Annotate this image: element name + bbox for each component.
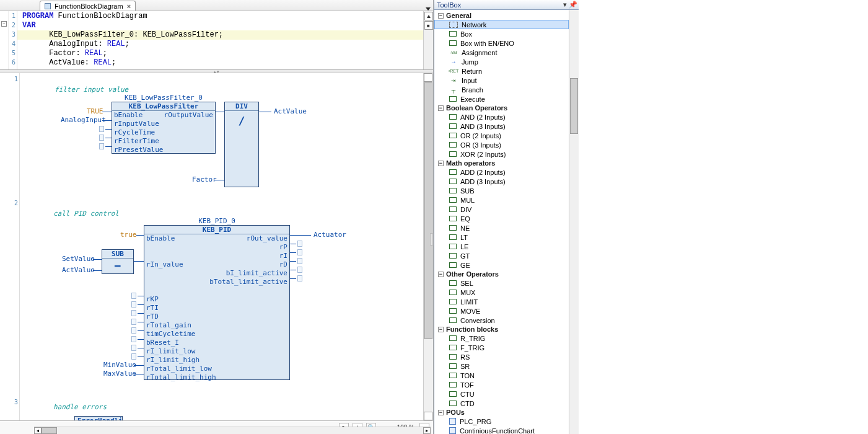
tbi-execute[interactable]: Execute [434, 94, 569, 104]
outer-hscroll[interactable]: ◂ ▸ [34, 427, 431, 434]
tbi-box[interactable]: Box [434, 29, 569, 38]
tbi-jump[interactable]: Jump [434, 57, 569, 66]
scroll-thumb[interactable] [424, 82, 432, 339]
instance-name[interactable]: KEB_PID_0 [144, 217, 290, 225]
tbi-mul[interactable]: MUL [434, 195, 569, 205]
decl-scroll[interactable] [423, 11, 433, 69]
div-operator-icon: / [224, 114, 259, 127]
tbi-or3[interactable]: OR (3 Inputs) [434, 140, 569, 149]
tbi-ge[interactable]: GE [434, 260, 569, 270]
var-actvalue[interactable]: ActValue [62, 266, 95, 274]
fb-icon [449, 354, 457, 360]
fbd-editor[interactable]: 1 2 3 filter input value KEB_LowPassFilt… [0, 73, 433, 434]
tbi-add3[interactable]: ADD (3 Inputs) [434, 177, 569, 186]
return-icon [449, 68, 458, 74]
network-comment[interactable]: filter input value [55, 86, 128, 94]
fold-gutter: − [0, 11, 9, 69]
drag-handle[interactable] [430, 233, 433, 246]
scroll-up-icon[interactable] [424, 73, 432, 82]
op-icon [449, 179, 457, 184]
code-text[interactable]: PROGRAM FunctionBlockDiagram VAR KEB_Low… [17, 11, 423, 69]
tbi-gt[interactable]: GT [434, 251, 569, 260]
tbi-move[interactable]: MOVE [434, 306, 569, 316]
scroll-left-icon[interactable]: ◂ [34, 427, 42, 434]
tbi-ctu[interactable]: CTU [434, 389, 569, 399]
block-pid[interactable]: KEB_PID bEnable rIn_value rKP rTI rTD rT… [144, 225, 290, 380]
tab-functionblockdiagram[interactable]: FunctionBlockDiagram × [40, 1, 136, 11]
var-actuator[interactable]: Actuator [313, 231, 346, 239]
pou-icon [449, 418, 456, 425]
scroll-right-icon[interactable]: ▸ [423, 427, 431, 434]
tbi-box-en[interactable]: Box with EN/ENO [434, 38, 569, 48]
op-icon [449, 280, 457, 286]
tbi-eq[interactable]: EQ [434, 214, 569, 223]
cat-other[interactable]: −Other Operators [434, 270, 569, 278]
tbi-conversion[interactable]: Conversion [434, 316, 569, 325]
tbi-ctd[interactable]: CTD [434, 399, 569, 408]
var-analoginput[interactable]: AnalogInput [61, 116, 106, 124]
scroll-down-icon[interactable] [424, 412, 432, 420]
var-maxvalue[interactable]: MaxValue [103, 370, 136, 378]
var-actvalue[interactable]: ActValue [274, 107, 307, 115]
tbi-sel[interactable]: SEL [434, 278, 569, 288]
network-comment[interactable]: handle errors [53, 403, 107, 411]
tbi-and2[interactable]: AND (2 Inputs) [434, 112, 569, 122]
tbi-div[interactable]: DIV [434, 205, 569, 214]
fbd-vscroll[interactable] [423, 73, 433, 420]
scroll-up-icon[interactable] [424, 12, 433, 20]
fbd-canvas[interactable]: filter input value KEB_LowPassFilter_0 K… [20, 73, 423, 420]
tbi-ne[interactable]: NE [434, 223, 569, 232]
view-mode-icon[interactable] [424, 21, 433, 30]
scroll-thumb[interactable] [570, 78, 578, 134]
instance-name[interactable]: KEB_LowPassFilter_0 [112, 94, 216, 102]
var-minvalue[interactable]: MinValue [103, 361, 136, 369]
tbi-assignment[interactable]: Assignment [434, 48, 569, 57]
block-lowpassfilter[interactable]: KEB_LowPassFilter bEnable rInputValue rC… [112, 102, 216, 154]
cat-boolean[interactable]: −Boolean Operators [434, 104, 569, 112]
tbi-return[interactable]: Return [434, 66, 569, 76]
tbi-rtrig[interactable]: R_TRIG [434, 334, 569, 343]
tbi-and3[interactable]: AND (3 Inputs) [434, 122, 569, 131]
tbi-lt[interactable]: LT [434, 232, 569, 242]
tbi-ton[interactable]: TON [434, 371, 569, 380]
tab-dropdown-icon[interactable] [426, 7, 431, 11]
cat-pous[interactable]: −POUs [434, 408, 569, 417]
tbi-input[interactable]: Input [434, 76, 569, 85]
block-type: KEB_PID [144, 226, 289, 234]
pin-icon[interactable]: 📌 [569, 1, 576, 9]
scroll-thumb[interactable] [42, 427, 57, 434]
tbi-tof[interactable]: TOF [434, 380, 569, 389]
toolbox-tree[interactable]: −General Network Box Box with EN/ENO Ass… [434, 10, 569, 434]
var-setvalue[interactable]: SetValue [62, 255, 95, 263]
tbi-mux[interactable]: MUX [434, 288, 569, 297]
const-true[interactable]: true [120, 231, 137, 239]
cat-general[interactable]: −General [434, 11, 569, 20]
tbi-cfc[interactable]: ContiniousFunctionChart [434, 426, 569, 434]
tbi-plcprg[interactable]: PLC_PRG [434, 417, 569, 426]
tab-close-icon[interactable]: × [127, 2, 131, 10]
tbi-branch[interactable]: Branch [434, 85, 569, 94]
tbi-sub[interactable]: SUB [434, 186, 569, 195]
declaration-editor[interactable]: − 1 2 3 4 5 6 PROGRAM FunctionBlockDiagr… [0, 11, 433, 70]
cat-math[interactable]: −Math operators [434, 159, 569, 167]
var-factor[interactable]: Factor [192, 175, 217, 184]
tbi-network[interactable]: Network [434, 20, 569, 29]
toolbox-vscroll[interactable] [569, 10, 579, 434]
fold-toggle[interactable]: − [1, 21, 7, 27]
toolbox-header[interactable]: ToolBox ▾ 📌 [434, 0, 579, 10]
tbi-ftrig[interactable]: F_TRIG [434, 343, 569, 352]
cat-fb[interactable]: −Function blocks [434, 325, 569, 334]
tbi-add2[interactable]: ADD (2 Inputs) [434, 167, 569, 177]
box-icon [449, 40, 457, 46]
tbi-le[interactable]: LE [434, 242, 569, 251]
const-true[interactable]: TRUE [87, 107, 103, 115]
tbi-rs[interactable]: RS [434, 352, 569, 361]
dropdown-icon[interactable]: ▾ [561, 1, 569, 9]
tbi-limit[interactable]: LIMIT [434, 297, 569, 306]
toolbox-title: ToolBox [437, 1, 461, 9]
network-comment[interactable]: call PID control [53, 210, 119, 218]
tbi-or2[interactable]: OR (2 Inputs) [434, 131, 569, 140]
op-icon [449, 308, 457, 314]
tbi-sr[interactable]: SR [434, 361, 569, 371]
tbi-xor2[interactable]: XOR (2 Inputs) [434, 149, 569, 159]
